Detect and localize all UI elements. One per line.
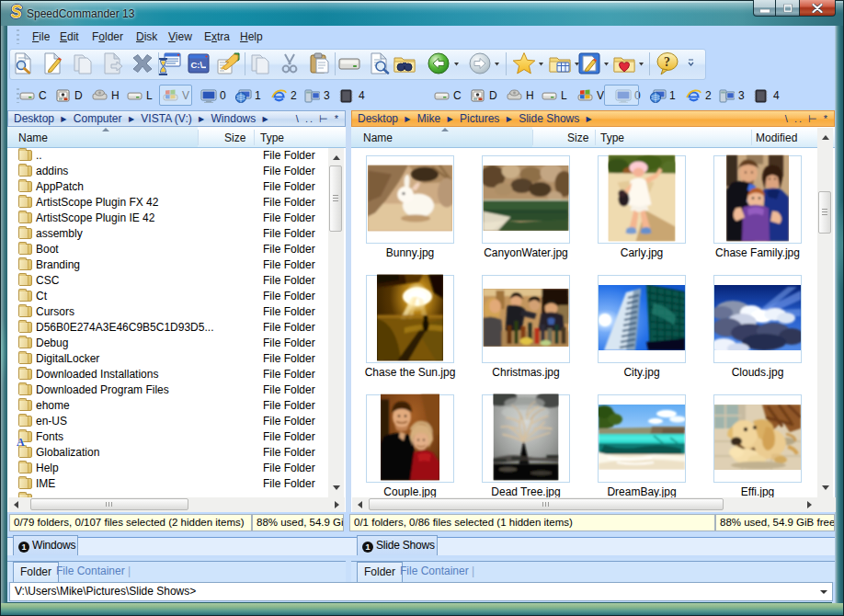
svg-text:?: ? bbox=[664, 55, 670, 69]
svg-text:C:\: C:\ bbox=[191, 60, 203, 70]
